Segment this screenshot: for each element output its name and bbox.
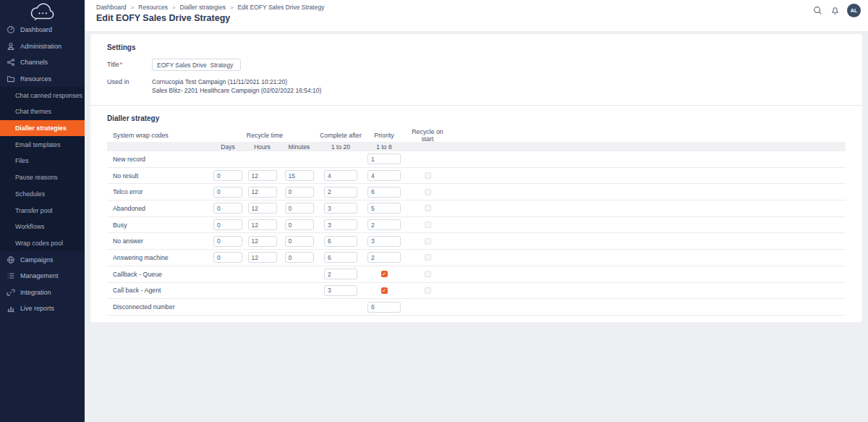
minutes-input[interactable] (285, 219, 314, 230)
sidebar-item-label: Pause reasons (15, 174, 58, 181)
sidebar-item-label: Email templates (15, 141, 61, 148)
sidebar-item-campaigns[interactable]: Campaigns (0, 251, 85, 268)
recycle-on-start-checkbox[interactable] (425, 172, 431, 179)
priority-input[interactable] (367, 170, 401, 181)
recycle-on-start-checkbox[interactable] (425, 205, 431, 211)
minutes-input[interactable] (285, 236, 314, 247)
breadcrumb-item[interactable]: Dashboard (96, 4, 127, 11)
recycle-on-start-checkbox[interactable] (425, 254, 431, 261)
complete-after-input-cell (319, 236, 362, 247)
sidebar-nav: DashboardAdministrationChannelsResources… (0, 22, 85, 317)
sidebar-item-wrap-codes-pool[interactable]: Wrap codes pool (0, 235, 85, 252)
complete-after-input[interactable] (324, 269, 357, 279)
breadcrumb-item: Edit EOFY Sales Drive Strategy (238, 4, 325, 11)
priority-input[interactable] (367, 252, 401, 263)
sidebar-item-live-reports[interactable]: Live reports (0, 300, 85, 317)
wrap-code-label: Call back - Agent (107, 287, 210, 294)
col-priority: Priority (362, 132, 406, 139)
recycle-on-start-cell (406, 221, 449, 228)
sidebar-item-label: Schedules (15, 190, 45, 198)
days-input-cell (210, 187, 245, 198)
sidebar-item-management[interactable]: Management (0, 268, 85, 284)
minutes-input-cell (279, 252, 319, 263)
minutes-input-cell (279, 187, 319, 198)
table-row: New record (107, 151, 846, 168)
priority-input[interactable] (367, 219, 401, 230)
complete-after-input[interactable] (324, 285, 357, 296)
priority-input[interactable] (367, 187, 401, 198)
breadcrumb-item[interactable]: Resources (138, 4, 168, 11)
priority-input[interactable] (367, 236, 401, 247)
sidebar-item-chat-themes[interactable]: Chat themes (0, 104, 85, 120)
title-label: Title* (107, 59, 152, 71)
hours-input[interactable] (248, 170, 277, 181)
title-input[interactable] (152, 59, 241, 71)
priority-checkbox[interactable]: ✓ (381, 271, 388, 277)
sidebar-item-channels[interactable]: Channels (0, 54, 85, 71)
minutes-input[interactable] (285, 187, 314, 198)
used-in-campaign: Sales Blitz- 2201 Healthcare Campaign (0… (152, 87, 321, 96)
days-input[interactable] (213, 219, 242, 230)
dialler-strategy-table: System wrap codes Recycle time Complete … (107, 128, 846, 316)
complete-after-input-cell (319, 269, 362, 279)
days-input[interactable] (213, 236, 242, 247)
sidebar-item-pause-reasons[interactable]: Pause reasons (0, 169, 85, 186)
bell-icon[interactable] (830, 6, 840, 16)
sidebar-item-transfer-pool[interactable]: Transfer pool (0, 202, 85, 219)
recycle-on-start-checkbox[interactable] (425, 271, 431, 277)
sidebar-item-administration[interactable]: Administration (0, 38, 85, 55)
days-input-cell (210, 236, 245, 247)
title-form-row: Title* (107, 59, 846, 71)
minutes-input[interactable] (285, 203, 314, 214)
recycle-on-start-checkbox[interactable] (425, 189, 431, 195)
sidebar-item-label: Channels (20, 59, 48, 66)
hours-input[interactable] (248, 187, 277, 198)
used-in-label: Used in (107, 78, 152, 95)
breadcrumb-item[interactable]: Dialler strategies (180, 4, 226, 11)
recycle-on-start-checkbox[interactable] (425, 287, 431, 294)
avatar[interactable]: AL (847, 4, 861, 17)
complete-after-input[interactable] (324, 236, 357, 247)
required-asterisk: * (120, 61, 123, 68)
priority-input[interactable] (367, 153, 401, 164)
sidebar-item-workflows[interactable]: Workflows (0, 219, 85, 235)
complete-after-input[interactable] (324, 203, 357, 214)
sidebar-item-schedules[interactable]: Schedules (0, 186, 85, 203)
minutes-input[interactable] (285, 170, 314, 181)
hours-input[interactable] (248, 219, 277, 230)
minutes-input[interactable] (285, 252, 314, 263)
days-input[interactable] (213, 187, 242, 198)
campaigns-icon (7, 256, 15, 264)
recycle-on-start-checkbox[interactable] (425, 221, 431, 228)
used-in-campaign: Cornucopia Test Campaign (11/11/2021 10:… (152, 78, 321, 87)
priority-input[interactable] (367, 302, 401, 313)
days-input-cell (210, 203, 245, 214)
recycle-on-start-checkbox[interactable] (425, 238, 431, 245)
wrap-code-label: Abandoned (107, 205, 210, 212)
complete-after-input[interactable] (324, 187, 357, 198)
priority-input[interactable] (367, 203, 401, 214)
days-input[interactable] (213, 252, 242, 263)
minutes-input-cell (279, 170, 319, 181)
sidebar-item-files[interactable]: Files (0, 153, 85, 169)
sidebar-item-email-templates[interactable]: Email templates (0, 136, 85, 153)
hours-input[interactable] (248, 203, 277, 214)
hours-input[interactable] (248, 236, 277, 247)
subcol-priority-range: 1 to 8 (362, 143, 406, 151)
complete-after-input[interactable] (324, 170, 357, 181)
sidebar-item-chat-canned-responses[interactable]: Chat canned responses (0, 87, 85, 104)
priority-checkbox[interactable]: ✓ (381, 287, 388, 294)
complete-after-input[interactable] (324, 219, 357, 230)
table-row: Telco error (107, 184, 846, 201)
days-input[interactable] (213, 203, 242, 214)
days-input[interactable] (213, 170, 242, 181)
sidebar-item-resources[interactable]: Resources (0, 71, 85, 88)
hours-input[interactable] (248, 252, 277, 263)
priority-cell (362, 170, 406, 181)
sidebar-item-dashboard[interactable]: Dashboard (0, 22, 85, 38)
complete-after-input[interactable] (324, 252, 357, 263)
sidebar-item-integration[interactable]: Integration (0, 284, 85, 300)
search-icon[interactable] (812, 6, 822, 16)
priority-cell (362, 219, 406, 230)
sidebar-item-dialler-strategies[interactable]: Dialler strategies (0, 120, 85, 137)
